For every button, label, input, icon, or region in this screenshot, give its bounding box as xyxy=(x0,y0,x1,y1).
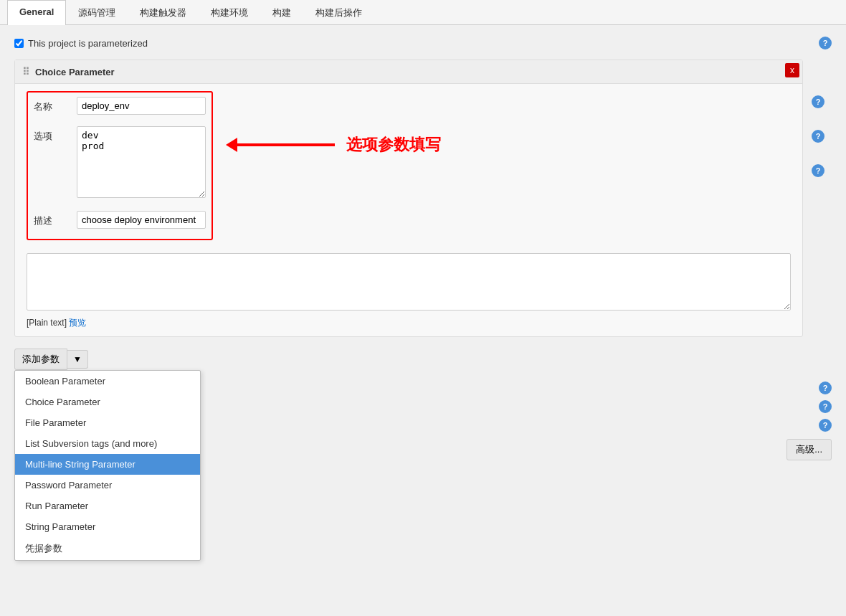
add-param-dropdown-menu: Boolean Parameter Choice Parameter File … xyxy=(14,370,201,561)
close-help-icon[interactable]: ? xyxy=(819,400,832,413)
dropdown-item-multiline[interactable]: Multi-line String Parameter xyxy=(15,454,200,475)
desc-textarea[interactable] xyxy=(27,253,791,311)
panel-close-button[interactable]: x xyxy=(785,63,799,77)
parameterized-label: This project is parameterized xyxy=(28,38,148,49)
desc-input[interactable] xyxy=(77,211,206,229)
dropdown-item-choice[interactable]: Choice Parameter xyxy=(15,392,200,412)
add-param-button[interactable]: 添加参数 xyxy=(14,349,67,370)
page-content: This project is parameterized ? ⠿ Choice… xyxy=(0,25,846,599)
panel-title: Choice Parameter xyxy=(35,67,115,77)
parameterized-help-icon[interactable]: ? xyxy=(819,37,832,49)
dropdown-item-password[interactable]: Password Parameter xyxy=(15,475,200,496)
tab-source[interactable]: 源码管理 xyxy=(66,0,128,25)
add-param-dropdown-button[interactable]: ▼ xyxy=(67,350,88,369)
add-param-row: 添加参数▼ Boolean Parameter Choice Parameter… xyxy=(14,349,832,370)
dropdown-item-svn[interactable]: List Subversion tags (and more) xyxy=(15,433,200,454)
panel-options-help-icon[interactable]: ? xyxy=(812,130,824,143)
preview-link[interactable]: 预览 xyxy=(69,318,86,328)
panel-body: 名称 选项 dev prod 描述 xyxy=(15,84,802,336)
panel-name-help-icon[interactable]: ? xyxy=(812,95,824,108)
tab-post-build[interactable]: 构建后操作 xyxy=(303,0,374,25)
panel-header: ⠿ Choice Parameter xyxy=(15,60,802,84)
tab-triggers[interactable]: 构建触发器 xyxy=(128,0,199,25)
tab-bar: General 源码管理 构建触发器 构建环境 构建 构建后操作 xyxy=(0,0,846,25)
tab-general[interactable]: General xyxy=(7,0,66,25)
dropdown-item-run[interactable]: Run Parameter xyxy=(15,496,200,516)
advanced-button[interactable]: 高级... xyxy=(786,439,832,460)
name-label: 名称 xyxy=(34,97,77,113)
panel-desc-help-icon[interactable]: ? xyxy=(812,164,824,177)
dropdown-item-boolean[interactable]: Boolean Parameter xyxy=(15,371,200,392)
desc-label: 描述 xyxy=(34,211,77,227)
name-input[interactable] xyxy=(77,97,206,115)
tab-build[interactable]: 构建 xyxy=(260,0,303,25)
annotation-text: 选项参数填写 xyxy=(346,134,441,156)
tab-env[interactable]: 构建环境 xyxy=(199,0,260,25)
panel-help-icons: ? ? ? xyxy=(807,95,824,177)
dropdown-item-credentials[interactable]: 凭据参数 xyxy=(15,537,200,560)
annotation-box: 名称 选项 dev prod 描述 xyxy=(27,91,213,240)
necessary-help-icon[interactable]: ? xyxy=(819,419,832,432)
dropdown-item-string[interactable]: String Parameter xyxy=(15,516,200,537)
options-textarea[interactable]: dev prod xyxy=(77,126,206,198)
dropdown-item-file[interactable]: File Parameter xyxy=(15,412,200,433)
plain-text-label: [Plain text] xyxy=(27,318,67,328)
grip-icon: ⠿ xyxy=(22,66,29,77)
parameterized-row: This project is parameterized ? xyxy=(14,37,832,49)
throttle-help-icon[interactable]: ? xyxy=(819,382,832,394)
choice-parameter-panel: ⠿ Choice Parameter x 名称 选项 dev prod xyxy=(14,60,803,337)
options-label: 选项 xyxy=(34,126,77,143)
preview-row: [Plain text] 预览 xyxy=(27,317,791,329)
parameterized-checkbox[interactable] xyxy=(14,39,24,48)
